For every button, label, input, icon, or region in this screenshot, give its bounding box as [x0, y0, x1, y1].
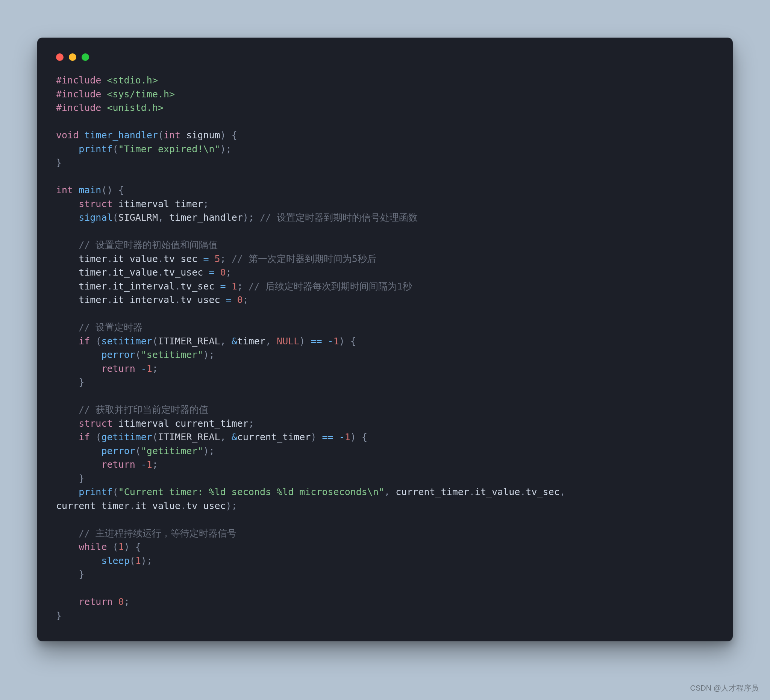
code-line: // 获取并打印当前定时器的值 [56, 404, 208, 415]
window-traffic-lights [56, 53, 714, 61]
code-line: return -1; [56, 459, 158, 470]
code-line: void timer_handler(int signum) { [56, 130, 237, 141]
code-line: current_timer.it_value.tv_usec); [56, 500, 237, 511]
code-line: printf("Current timer: %ld seconds %ld m… [56, 487, 571, 497]
code-line: while (1) { [56, 542, 141, 552]
code-line: } [56, 377, 84, 388]
code-line: } [56, 473, 84, 484]
code-line: timer.it_value.tv_usec = 0; [56, 267, 231, 278]
code-line: sleep(1); [56, 555, 152, 566]
code-line: #include <unistd.h> [56, 102, 163, 113]
code-line: // 设置定时器的初始值和间隔值 [56, 239, 218, 251]
code-line: #include <sys/time.h> [56, 89, 175, 100]
code-line: } [56, 569, 84, 580]
code-block: #include <stdio.h> #include <sys/time.h>… [56, 74, 714, 622]
zoom-icon[interactable] [82, 53, 89, 61]
code-line: if (getitimer(ITIMER_REAL, &current_time… [56, 432, 367, 443]
watermark: CSDN @人才程序员 [690, 683, 759, 693]
code-window: #include <stdio.h> #include <sys/time.h>… [37, 37, 733, 641]
code-line: // 主进程持续运行，等待定时器信号 [56, 528, 236, 539]
code-line: struct itimerval current_timer; [56, 418, 254, 429]
close-icon[interactable] [56, 53, 63, 61]
code-line: timer.it_interval.tv_usec = 0; [56, 294, 249, 305]
code-line: return 0; [56, 596, 130, 607]
code-line: perror("getitimer"); [56, 446, 215, 456]
code-line: timer.it_value.tv_sec = 5; // 第一次定时器到期时间… [56, 254, 376, 264]
code-line: if (setitimer(ITIMER_REAL, &timer, NULL)… [56, 336, 356, 347]
code-line: } [56, 610, 61, 621]
code-line: struct itimerval timer; [56, 199, 209, 209]
minimize-icon[interactable] [69, 53, 76, 61]
code-line: // 设置定时器 [56, 322, 142, 333]
code-line: timer.it_interval.tv_sec = 1; // 后续定时器每次… [56, 281, 412, 292]
code-line: signal(SIGALRM, timer_handler); // 设置定时器… [56, 212, 418, 223]
code-line: printf("Timer expired!\n"); [56, 144, 231, 155]
code-line: perror("setitimer"); [56, 349, 215, 360]
code-line: int main() { [56, 184, 124, 196]
code-line: #include <stdio.h> [56, 75, 158, 86]
code-line: return -1; [56, 363, 158, 374]
code-line: } [56, 157, 61, 168]
